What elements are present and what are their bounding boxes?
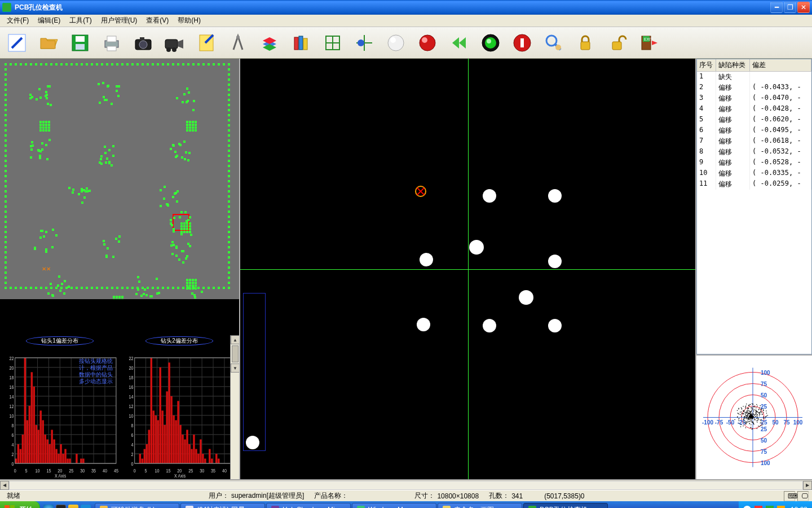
svg-rect-344 [756,404,757,405]
pen-button[interactable] [6,32,28,54]
scroll-thumb[interactable] [232,345,239,362]
horizontal-scrollbar[interactable]: ◀ ▶ [0,480,812,490]
svg-rect-592 [740,426,741,427]
layers-button[interactable] [258,32,281,54]
overview-pad [10,63,12,65]
table-row[interactable]: 9偏移( -0.0528, - [697,157,811,168]
menu-view[interactable]: 查看(V) [142,15,173,27]
table-row[interactable]: 1缺失 [697,72,811,82]
table-row[interactable]: 5偏移( -0.0620, - [697,115,811,125]
table-row[interactable]: 10偏移( -0.0335, - [697,168,811,179]
stop-red-button[interactable] [511,32,533,54]
sphere-white-button[interactable] [385,32,407,54]
tray-icon-3[interactable] [766,506,774,508]
hole-missing-marker[interactable] [415,186,426,197]
view-selection-box[interactable] [243,293,266,451]
save-button[interactable] [69,32,91,54]
hole[interactable] [417,318,430,331]
hole[interactable] [519,290,533,305]
defect-table[interactable]: 序号 缺陷种类 偏差 1缺失2偏移( -0.0433, -3偏移( -0.047… [696,59,812,354]
table-row[interactable]: 6偏移( -0.0495, - [697,125,811,136]
pcb-overview-pane[interactable]: ✕✕ [0,59,239,301]
hole[interactable] [548,255,562,268]
scroll-left-button[interactable]: ◀ [0,481,9,490]
taskbar-task-button[interactable]: (64封未读) 网易… [180,503,265,508]
status-keyboard-icon[interactable]: ⌨ [784,491,795,501]
hole[interactable] [420,253,433,266]
polar-scatter-panel[interactable]: -100-75-50-25255075100100755025255075100 [696,354,812,479]
target-dot-button[interactable] [353,32,376,54]
camera-button[interactable] [132,32,155,54]
menu-user[interactable]: 用户管理(U) [96,15,142,27]
unlock-button[interactable] [606,32,628,54]
svg-rect-513 [746,404,747,404]
taskbar-task-button[interactable]: 未命名 - 画图 [438,503,522,508]
col-deviation[interactable]: 偏差 [750,59,811,71]
svg-rect-467 [742,409,742,409]
start-button[interactable]: 开始 [0,501,40,508]
table-row[interactable]: 2偏移( -0.0433, - [697,82,811,93]
print-button[interactable] [100,32,123,54]
col-index[interactable]: 序号 [697,59,716,71]
menu-tool[interactable]: 工具(T) [65,15,96,27]
rewind-button[interactable] [448,32,470,54]
ie-icon[interactable] [43,505,54,508]
sphere-green-button[interactable] [479,32,502,54]
show-desktop-icon[interactable] [81,505,91,508]
scroll-track[interactable] [9,481,803,490]
hole[interactable] [548,189,562,203]
hole[interactable] [246,436,259,449]
histogram-right[interactable]: 钻头2偏差分布 02468101214161820220510152025303… [120,335,239,479]
hole[interactable] [483,319,496,332]
scroll-right-button[interactable]: ▶ [803,481,812,490]
taskbar-task-button[interactable]: HoleChecker - Mi… [266,503,351,508]
svg-rect-177 [153,410,155,463]
status-screen-icon[interactable]: 🖵 [797,491,809,501]
scroll-up-button[interactable]: ▲ [231,335,239,344]
overview-pad [208,63,210,65]
ql-icon-3[interactable] [68,505,78,508]
hole[interactable] [548,319,562,332]
books-button[interactable] [290,32,312,54]
camcorder-button[interactable] [164,32,186,54]
exit-door-button[interactable]: EXIT [637,32,660,54]
ql-icon-2[interactable] [56,505,66,508]
table-row[interactable]: 8偏移( -0.0532, - [697,147,811,157]
menu-file[interactable]: 文件(F) [2,15,33,27]
taskbar-task-button[interactable]: Windows Messenger [352,503,436,508]
hole[interactable] [469,240,484,255]
close-button[interactable]: ✕ [797,2,810,13]
minimize-button[interactable]: ━ [770,2,783,13]
zoom-user-button[interactable] [542,32,565,54]
svg-rect-531 [744,416,745,417]
tray-icon-shield[interactable] [754,506,762,508]
histogram-vscrollbar[interactable]: ▲ ▼ [230,335,239,479]
hole[interactable] [483,189,496,203]
menu-help[interactable]: 帮助(H) [173,15,205,27]
col-type[interactable]: 缺陷种类 [716,59,750,71]
taskbar-task-button[interactable]: 可移动磁盘 (I:) [95,503,179,508]
main-inspection-view[interactable] [240,59,696,479]
open-button[interactable] [37,32,60,54]
table-row[interactable]: 4偏移( -0.0428, - [697,104,811,115]
maximize-button[interactable]: ❐ [784,2,796,13]
compass-button[interactable] [227,32,249,54]
overview-pad [5,195,7,198]
taskbar-task-button[interactable]: PCB孔位检查机 [523,503,608,508]
svg-rect-118 [62,454,64,463]
sphere-red-button[interactable] [416,32,439,54]
table-row[interactable]: 3偏移( -0.0470, - [697,93,811,104]
note-button[interactable] [195,32,218,54]
scroll-down-button[interactable]: ▼ [231,364,239,373]
tray-icon-4[interactable] [777,506,785,508]
overview-pad [189,245,191,247]
tray-icon[interactable] [743,506,751,508]
lock-button[interactable] [574,32,597,54]
grid-button[interactable] [321,32,344,54]
svg-text:45: 45 [114,468,118,474]
tray-clock[interactable]: 10:28 [791,506,807,508]
histogram-left[interactable]: 钻头1偏差分布 按钻头规格统 计，根据产品 数据中的钻头 多少动态显示 0246… [0,335,120,479]
menu-edit[interactable]: 编辑(E) [33,15,65,27]
table-row[interactable]: 11偏移( -0.0259, - [697,179,811,190]
table-row[interactable]: 7偏移( -0.0618, - [697,136,811,147]
